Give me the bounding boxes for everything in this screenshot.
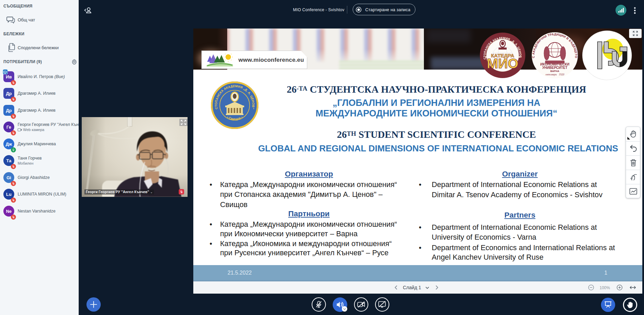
- svg-text:МИО: МИО: [487, 56, 518, 71]
- svg-text:• Свищов •: • Свищов •: [226, 115, 243, 121]
- svg-text:УНИВЕРСИТЕТ: УНИВЕРСИТЕТ: [542, 66, 567, 70]
- svg-text:С АКАДЕМИЧНИ ТРАДИЦИИ В БЪДЕЩЕ: С АКАДЕМИЧНИ ТРАДИЦИИ В БЪДЕЩЕТО: [532, 33, 578, 58]
